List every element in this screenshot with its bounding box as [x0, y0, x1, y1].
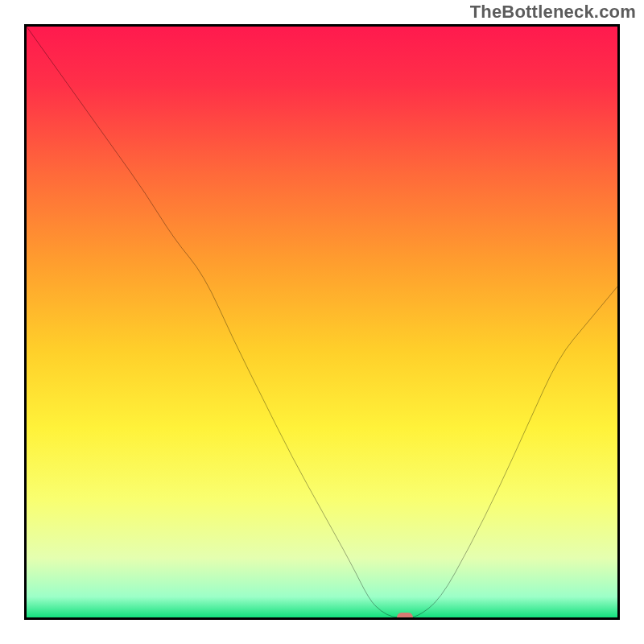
- bottleneck-curve: [27, 27, 617, 617]
- watermark-text: TheBottleneck.com: [470, 2, 636, 23]
- plot-area: [24, 24, 620, 620]
- current-point-marker: [397, 613, 413, 620]
- chart-container: TheBottleneck.com: [0, 0, 644, 644]
